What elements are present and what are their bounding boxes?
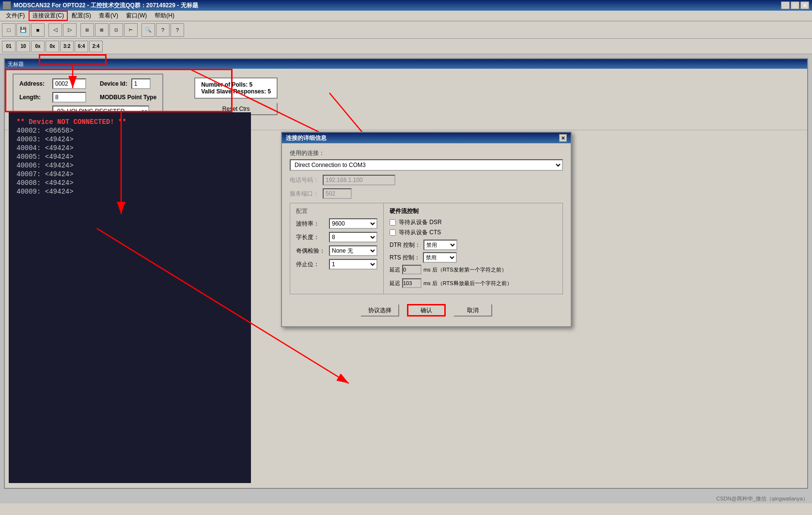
menu-config[interactable]: 配置(S): [68, 11, 95, 21]
tb2-10[interactable]: 10: [16, 41, 30, 52]
stopbits-label: 停止位：: [296, 260, 325, 269]
rts-label: RTS 控制：: [390, 254, 420, 262]
port-label: 服务端口：: [290, 190, 319, 198]
parity-row: 奇偶检验： None 无: [296, 245, 377, 256]
length-row: Length: MODBUS Point Type: [19, 92, 156, 103]
confirm-button[interactable]: 确认: [407, 304, 446, 317]
tb2-0x1[interactable]: 0x: [31, 41, 45, 52]
port-row: 服务端口：: [290, 188, 563, 199]
data-line-6: 40008: <49424>: [16, 179, 243, 187]
dsr-checkbox[interactable]: [390, 219, 396, 226]
dtr-select[interactable]: 禁用: [423, 240, 457, 250]
data-line-4: 40006: <49424>: [16, 162, 243, 169]
phone-label: 电话号码：: [290, 176, 319, 184]
parity-label: 奇偶检验：: [296, 247, 325, 255]
tb-save[interactable]: 💾: [16, 23, 30, 37]
cts-checkbox[interactable]: [390, 229, 396, 236]
dtr-row: DTR 控制： 禁用: [390, 240, 557, 250]
modbus-label: MODBUS Point Type: [100, 94, 156, 101]
protocol-button[interactable]: 协议选择: [360, 304, 399, 317]
phone-input: [323, 175, 395, 185]
polls-label: Number of Polls: 5: [201, 81, 271, 88]
data-line-1: 40003: <49424>: [16, 136, 243, 143]
port-input: [323, 188, 352, 199]
connection-dropdown[interactable]: Direct Connection to COM3: [290, 159, 563, 171]
dialog-connection-details: 连接的详细信息 ✕ 使用的连接： Direct Connection to CO…: [281, 132, 572, 327]
tb-back[interactable]: ◁: [48, 23, 62, 37]
minimize-btn[interactable]: _: [781, 1, 790, 9]
tb-new[interactable]: □: [2, 23, 16, 37]
data-line-2: 40004: <49424>: [16, 144, 243, 152]
tb-stop[interactable]: ■: [31, 23, 45, 37]
maximize-btn[interactable]: □: [791, 1, 799, 9]
valid-label: Valid Slave Responses: 5: [201, 88, 271, 95]
tb-grid1[interactable]: ⊞: [80, 23, 94, 37]
baud-label: 波特率：: [296, 220, 325, 228]
device-id-input[interactable]: [131, 78, 151, 89]
main-area: 无标题 Address: Device Id: Length: MODBUS P…: [0, 54, 812, 503]
tb-grid4[interactable]: ⊢: [124, 23, 138, 37]
tb-grid3[interactable]: ⊡: [109, 23, 123, 37]
watermark: CSDN@两种华_微信（qingwatianya）: [716, 495, 808, 502]
data-line-7: 40009: <49424>: [16, 188, 243, 196]
dialog-body: 使用的连接： Direct Connection to COM3 电话号码： 服…: [282, 143, 571, 326]
tb2-24[interactable]: 2:4: [89, 41, 103, 52]
delay1-label: 延迟: [390, 266, 400, 273]
parity-select[interactable]: None 无: [329, 245, 377, 256]
dsr-row: 等待从设备 DSR: [390, 218, 557, 227]
databits-select[interactable]: 8: [329, 232, 377, 242]
tb2-64[interactable]: 6:4: [75, 41, 88, 52]
databits-row: 字长度： 8: [296, 232, 377, 242]
hw-title: 硬件流控制: [390, 207, 557, 215]
menu-window[interactable]: 窗口(W): [122, 11, 151, 21]
address-input[interactable]: [52, 78, 86, 89]
cts-label: 等待从设备 CTS: [399, 228, 441, 237]
delay1-input[interactable]: [402, 265, 422, 274]
config-title: 配置: [296, 207, 377, 215]
window-controls: _ □ ✕: [781, 1, 809, 9]
tb2-01[interactable]: 01: [2, 41, 16, 52]
tb-help1[interactable]: ?: [156, 23, 170, 37]
dialog-title-text: 连接的详细信息: [286, 134, 327, 142]
menu-connect[interactable]: 连接设置(C): [29, 11, 68, 21]
rts-select[interactable]: 禁用: [423, 252, 457, 263]
tb-search[interactable]: 🔍: [141, 23, 155, 37]
device-id-label: Device Id:: [100, 80, 127, 87]
length-input[interactable]: [52, 92, 86, 103]
baud-select[interactable]: 9600: [329, 218, 377, 229]
cts-row: 等待从设备 CTS: [390, 228, 557, 237]
tb-forward[interactable]: ▷: [63, 23, 77, 37]
toolbar-2: 01 10 0x 0x 3:2 6:4 2:4: [0, 39, 812, 54]
data-line-0: 40002: <06658>: [16, 127, 243, 135]
phone-row: 电话号码：: [290, 175, 563, 185]
app-icon: [3, 1, 11, 9]
dtr-label: DTR 控制：: [390, 241, 421, 249]
title-bar: MODSCAN32 For OPTO22 - 工控技术交流QQ群：2071492…: [0, 0, 812, 11]
inner-title-bar: 无标题: [5, 59, 807, 69]
length-label: Length:: [19, 94, 48, 101]
tb-help2[interactable]: ?: [171, 23, 184, 37]
menu-help[interactable]: 帮助(H): [151, 11, 178, 21]
tb2-0x2[interactable]: 0x: [46, 41, 59, 52]
menu-view[interactable]: 查看(V): [95, 11, 122, 21]
stopbits-row: 停止位： 1: [296, 259, 377, 270]
stopbits-select[interactable]: 1: [329, 259, 377, 270]
baud-row: 波特率： 9600: [296, 218, 377, 229]
polls-box: Number of Polls: 5 Valid Slave Responses…: [194, 77, 278, 99]
data-display: ** Device NOT CONNECTED! ** 40002: <0665…: [9, 112, 251, 483]
app-title: MODSCAN32 For OPTO22 - 工控技术交流QQ群：2071492…: [14, 1, 198, 10]
delay2-input[interactable]: [402, 278, 422, 288]
address-label: Address:: [19, 80, 48, 87]
close-btn[interactable]: ✕: [800, 1, 809, 9]
address-row: Address: Device Id:: [19, 78, 156, 89]
delay1-row: 延迟 ms 后（RTS发射第一个字符之前）: [390, 265, 557, 274]
connection-section-label: 使用的连接：: [290, 149, 563, 157]
delay2-suffix: ms 后（RTS释放最后一个字符之前）: [423, 280, 512, 287]
cancel-button[interactable]: 取消: [453, 304, 492, 317]
data-line-5: 40007: <49424>: [16, 170, 243, 178]
toolbar-1: □ 💾 ■ ◁ ▷ ⊞ ⊠ ⊡ ⊢ 🔍 ? ?: [0, 21, 812, 39]
tb2-32[interactable]: 3:2: [60, 41, 74, 52]
menu-file[interactable]: 文件(F): [2, 11, 29, 21]
tb-grid2[interactable]: ⊠: [95, 23, 109, 37]
dialog-close-button[interactable]: ✕: [559, 134, 567, 142]
